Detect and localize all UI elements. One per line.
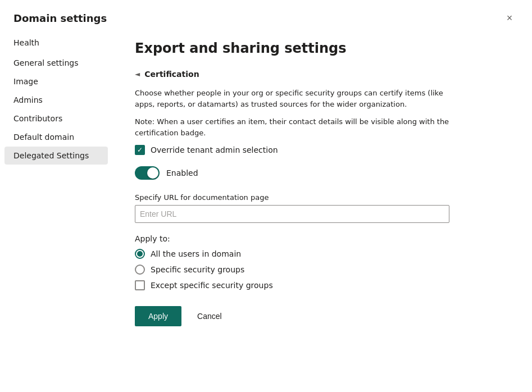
sidebar-item-contributors[interactable]: Contributors bbox=[4, 110, 108, 127]
dialog-title: Domain settings bbox=[13, 12, 107, 24]
apply-to-label: Apply to: bbox=[135, 234, 510, 243]
action-bar: Apply Cancel bbox=[135, 306, 510, 326]
sidebar-item-delegated-settings[interactable]: Delegated Settings bbox=[4, 147, 108, 165]
enabled-label: Enabled bbox=[166, 168, 198, 177]
url-input[interactable] bbox=[135, 205, 449, 223]
radio-all-users-row: All the users in domain bbox=[135, 249, 510, 259]
close-button[interactable]: × bbox=[501, 9, 519, 27]
page-title: Export and sharing settings bbox=[135, 40, 510, 56]
section-header[interactable]: ◄ Certification bbox=[135, 70, 510, 79]
override-checkbox-row: ✓ Override tenant admin selection bbox=[135, 145, 510, 155]
cancel-button[interactable]: Cancel bbox=[188, 306, 231, 326]
dialog-header: Domain settings × bbox=[0, 0, 532, 27]
sidebar: Health General settings Image Admins Con… bbox=[0, 27, 112, 392]
section-title: Certification bbox=[144, 70, 199, 79]
radio-specific-groups-label: Specific security groups bbox=[151, 265, 244, 274]
description-1: Choose whether people in your org or spe… bbox=[135, 88, 449, 110]
checkmark-icon: ✓ bbox=[137, 147, 143, 153]
except-checkbox[interactable] bbox=[135, 280, 145, 290]
enabled-toggle[interactable] bbox=[135, 166, 160, 180]
enabled-toggle-row: Enabled bbox=[135, 166, 510, 180]
url-field-group: Specify URL for documentation page bbox=[135, 193, 510, 223]
override-checkbox[interactable]: ✓ bbox=[135, 145, 145, 155]
url-field-label: Specify URL for documentation page bbox=[135, 193, 510, 202]
sidebar-item-admins[interactable]: Admins bbox=[4, 91, 108, 109]
sidebar-item-general-settings[interactable]: General settings bbox=[4, 54, 108, 72]
description-2: Note: When a user certifies an item, the… bbox=[135, 116, 449, 138]
except-checkbox-row: Except specific security groups bbox=[135, 280, 510, 290]
domain-settings-dialog: Domain settings × Health General setting… bbox=[0, 0, 532, 392]
radio-specific-groups[interactable] bbox=[135, 265, 145, 275]
dialog-body: Health General settings Image Admins Con… bbox=[0, 27, 532, 392]
sidebar-item-health: Health bbox=[4, 34, 108, 52]
radio-all-users-label: All the users in domain bbox=[151, 249, 241, 258]
sidebar-item-default-domain[interactable]: Default domain bbox=[4, 128, 108, 146]
sidebar-item-image[interactable]: Image bbox=[4, 72, 108, 90]
collapse-icon: ◄ bbox=[135, 70, 140, 78]
radio-all-users[interactable] bbox=[135, 249, 145, 259]
override-label: Override tenant admin selection bbox=[151, 145, 278, 154]
apply-button[interactable]: Apply bbox=[135, 306, 181, 326]
except-label: Except specific security groups bbox=[151, 281, 273, 290]
radio-specific-groups-row: Specific security groups bbox=[135, 265, 510, 275]
main-content: Export and sharing settings ◄ Certificat… bbox=[112, 27, 532, 392]
